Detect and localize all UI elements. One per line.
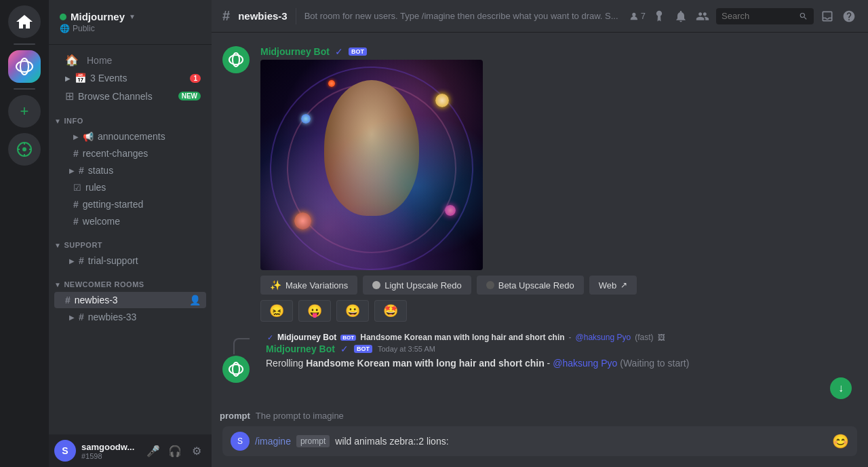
svg-point-8 xyxy=(632,12,635,16)
message-group-image: Midjourney Bot ✓ BOT xyxy=(222,43,857,324)
online-indicator xyxy=(60,14,66,20)
hash-icon: # xyxy=(73,148,79,159)
channel-announcements[interactable]: ▶ 📢 announcements xyxy=(54,128,206,145)
pin-icon[interactable] xyxy=(651,8,667,24)
channel-description: Bot room for new users. Type /imagine th… xyxy=(304,11,621,21)
channel-trial-support[interactable]: ▶ # trial-support xyxy=(54,253,206,269)
ai-generated-image xyxy=(260,60,483,270)
make-variations-button[interactable]: ✨ Make Variations xyxy=(260,276,357,295)
help-icon[interactable] xyxy=(841,8,857,24)
reply-connector xyxy=(222,333,250,383)
message-image-container xyxy=(260,60,857,270)
settings-button[interactable]: ⚙ xyxy=(187,441,206,460)
svg-point-0 xyxy=(16,61,33,72)
svg-point-9 xyxy=(229,55,243,64)
ref-author: Midjourney Bot xyxy=(277,333,336,342)
add-person-icon[interactable]: 👤 xyxy=(189,295,201,305)
main-content: # newbies-3 Bot room for new users. Type… xyxy=(212,0,868,467)
rules-icon: ☑ xyxy=(73,183,81,193)
command-label: /imagine xyxy=(255,436,291,447)
server-public-label: 🌐 Public xyxy=(60,24,136,33)
home-channel-item[interactable]: 🏠 Home xyxy=(54,51,206,69)
category-info[interactable]: ▼ INFO xyxy=(49,106,212,128)
events-icon: 📅 xyxy=(75,73,86,83)
hash-icon-newbies33: # xyxy=(79,312,84,322)
ref-image-icon: 🖼 xyxy=(658,333,665,341)
ref-speed: (fast) xyxy=(635,333,653,342)
inbox-icon[interactable] xyxy=(819,8,835,24)
message-reference: ✓ Midjourney Bot BOT Handsome Korean man… xyxy=(266,333,857,342)
reaction-btn-1[interactable]: 😛 xyxy=(298,300,331,322)
channel-rules[interactable]: ☑ rules xyxy=(54,179,206,195)
reaction-btn-0[interactable]: 😖 xyxy=(260,300,293,322)
header-icons: 7 xyxy=(629,8,857,24)
category-support[interactable]: ▼ SUPPORT xyxy=(49,230,212,252)
member-count-icon[interactable]: 7 xyxy=(629,8,646,24)
beta-upscale-icon xyxy=(486,281,494,289)
beta-upscale-redo-button[interactable]: Beta Upscale Redo xyxy=(477,276,584,295)
mic-button[interactable]: 🎤 xyxy=(144,441,163,460)
bell-icon[interactable] xyxy=(673,8,689,24)
web-button[interactable]: Web ↗ xyxy=(589,276,637,295)
headphone-button[interactable]: 🎧 xyxy=(165,441,184,460)
discovery-icon[interactable] xyxy=(8,133,41,166)
people-icon[interactable] xyxy=(694,8,711,24)
channel-newbies-33[interactable]: ▶ # newbies-33 xyxy=(54,309,206,325)
add-server-button[interactable]: + xyxy=(8,95,41,128)
hash-icon-trial: # xyxy=(79,255,84,266)
server-sidebar: + xyxy=(0,0,49,467)
channel-getting-started[interactable]: # getting-started xyxy=(54,196,206,212)
light-upscale-redo-button[interactable]: Light Upscale Redo xyxy=(363,276,471,295)
channel-recent-changes[interactable]: # recent-changes xyxy=(54,145,206,162)
channel-welcome[interactable]: # welcome xyxy=(54,213,206,229)
channel-hash: # xyxy=(222,8,230,24)
input-user-avatar: S xyxy=(231,432,250,451)
events-item[interactable]: ▶ 📅 3 Events 1 xyxy=(54,70,206,86)
bot-avatar xyxy=(222,46,250,73)
message-header: Midjourney Bot ✓ BOT xyxy=(260,46,857,57)
server-divider-2 xyxy=(14,88,35,90)
home-icon: 🏠 xyxy=(65,54,79,67)
channel-list: 🏠 Home ▶ 📅 3 Events 1 ⊞ Browse Channels … xyxy=(49,45,212,434)
verified-icon-ref: ✓ xyxy=(267,333,273,342)
ref-mention: @haksung Pyo xyxy=(576,333,631,342)
midjourney-server-icon[interactable] xyxy=(8,50,41,83)
ref-text: Handsome Korean man with long hair and s… xyxy=(360,333,564,342)
ref-bot-badge: BOT xyxy=(340,335,356,341)
browse-channels-item[interactable]: ⊞ Browse Channels NEW xyxy=(54,87,206,105)
message-input[interactable] xyxy=(335,436,821,447)
server-header[interactable]: Midjourney ▼ 🌐 Public xyxy=(49,0,212,45)
emoji-picker-button[interactable]: 😊 xyxy=(832,433,849,449)
reroll-message-text: Rerolling Handsome Korean man with long … xyxy=(266,357,857,371)
channel-newbies-3[interactable]: # newbies-3 👤 xyxy=(54,292,206,308)
light-upscale-icon xyxy=(372,281,380,289)
announce-icon: 📢 xyxy=(83,132,94,142)
search-input[interactable] xyxy=(722,11,795,21)
user-info: samgoodw... #1598 xyxy=(81,442,138,460)
message-group-reroll: ✓ Midjourney Bot BOT Handsome Korean man… xyxy=(222,330,857,386)
home-server-icon[interactable] xyxy=(8,5,41,38)
reroll-message-header: Midjourney Bot ✓ BOT Today at 3:55 AM xyxy=(266,343,857,354)
reaction-btn-2[interactable]: 😀 xyxy=(336,300,369,322)
category-newcomer[interactable]: ▼ NEWCOMER ROOMS xyxy=(49,269,212,291)
message-input-wrapper: S /imagine prompt 😊 xyxy=(222,426,857,456)
reply-line xyxy=(233,338,250,354)
reaction-btn-3[interactable]: 🤩 xyxy=(374,300,407,322)
browse-icon: ⊞ xyxy=(65,90,74,102)
expand-arrow-trial: ▶ xyxy=(69,257,75,265)
username: samgoodw... xyxy=(81,442,138,452)
input-area: S /imagine prompt 😊 xyxy=(212,426,868,467)
channel-status[interactable]: ▶ # status xyxy=(54,162,206,179)
search-bar[interactable] xyxy=(716,8,814,24)
reroll-message-content: ✓ Midjourney Bot BOT Handsome Korean man… xyxy=(266,333,857,371)
expand-arrow-events: ▶ xyxy=(65,75,71,82)
channel-name: newbies-3 xyxy=(238,10,288,22)
server-title: Midjourney ▼ xyxy=(60,11,136,22)
hash-icon-welcome: # xyxy=(73,216,79,227)
scroll-to-bottom-button[interactable]: ↓ xyxy=(830,377,852,399)
variations-icon: ✨ xyxy=(270,280,281,291)
bot-badge: BOT xyxy=(349,48,367,56)
message-content-image: Midjourney Bot ✓ BOT xyxy=(260,46,857,322)
svg-point-11 xyxy=(229,365,243,374)
prompt-label: prompt xyxy=(296,435,330,447)
